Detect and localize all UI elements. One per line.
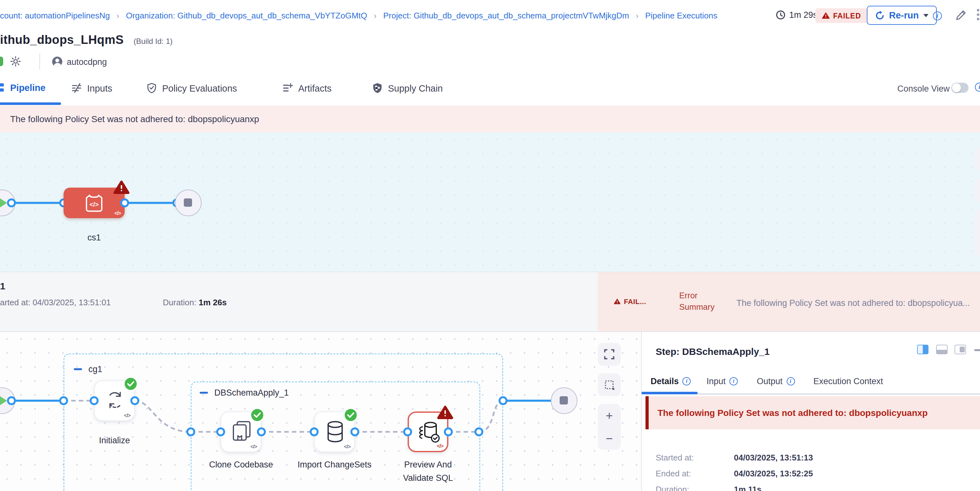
initialize-icon: [105, 391, 125, 410]
connection-point: [90, 396, 99, 405]
console-view-toggle[interactable]: [951, 83, 969, 93]
connection-point: [403, 427, 412, 436]
tab-artifacts-label: Artifacts: [298, 83, 332, 93]
breadcrumb-project[interactable]: Project: Github_db_devops_aut_db_schema_…: [383, 11, 629, 21]
minimize-panel-icon[interactable]: [974, 349, 980, 351]
bottom-view-icon[interactable]: [936, 345, 948, 354]
step-graph-canvas[interactable]: cg1 DBSchemaApply_1 </>: [0, 332, 640, 491]
steptab-execution-context[interactable]: Execution Context: [813, 377, 883, 386]
console-view-info-icon[interactable]: i: [975, 83, 980, 92]
caret-down-icon[interactable]: [923, 14, 928, 17]
warning-badge-icon: [113, 180, 130, 195]
canvas-controls: + −: [598, 343, 621, 450]
info-icon[interactable]: i: [729, 377, 738, 385]
steptab-details[interactable]: Details i: [651, 377, 691, 386]
stepgroup-dbschemaapply-header: DBSchemaApply_1: [200, 388, 289, 397]
database-check-icon: [418, 421, 441, 443]
step-node-label: Preview And Validate SQL: [390, 458, 466, 485]
started-at-value: 04/03/2025, 13:51:01: [33, 298, 111, 307]
collapse-group-button[interactable]: [200, 392, 208, 394]
marquee-select-button[interactable]: [598, 373, 621, 396]
breadcrumb-separator: ›: [117, 11, 119, 21]
step-error-box: The following Policy Set was not adhered…: [646, 396, 980, 429]
console-view-label: Console View: [897, 84, 950, 94]
steptab-input[interactable]: Input i: [706, 377, 738, 386]
marquee-select-button[interactable]: [974, 179, 980, 202]
step-details-panel: Step: DBSchemaApply_1 Details i Input i …: [641, 332, 980, 491]
policy-violation-banner: The following Policy Set was not adhered…: [0, 106, 980, 132]
execution-tab-bar: Pipeline Inputs Policy Evaluations Artif…: [0, 72, 980, 106]
page-title: ithub_dbops_LHqmS: [0, 33, 124, 47]
info-icon[interactable]: i: [933, 11, 942, 21]
rerun-button[interactable]: Re-run: [867, 6, 936, 25]
code-tag-icon: </>: [437, 443, 443, 449]
ended-at-label: Ended at:: [655, 469, 691, 478]
breadcrumb: count: automationPipelinesNg › Organizat…: [0, 11, 718, 21]
meta-row: autocdpng: [0, 52, 980, 72]
tab-supply-chain[interactable]: Supply Chain: [372, 83, 443, 94]
steptab-output[interactable]: Output i: [757, 377, 795, 386]
active-steptab-underline: [642, 392, 698, 394]
tab-artifacts[interactable]: Artifacts: [282, 83, 332, 94]
connection-point: [444, 427, 453, 436]
split-view-icon[interactable]: [917, 345, 929, 354]
collapse-group-button[interactable]: [74, 368, 82, 370]
stage-graph-canvas[interactable]: </> </> cs1 + −: [0, 132, 980, 272]
step-error-text: The following Policy Set was not adhered…: [657, 408, 928, 418]
stage-summary-bar: 1 arted at: 04/03/2025, 13:51:01 Duratio…: [0, 272, 980, 332]
title-row: ithub_dbops_LHqmS (Build Id: 1): [0, 30, 980, 52]
canvas-controls: + −: [974, 148, 980, 256]
stepgroup-cg1-label: cg1: [88, 364, 102, 374]
zoom-controls: + −: [598, 404, 621, 450]
stage-fail-badge: FAIL...: [614, 298, 646, 305]
expand-canvas-button[interactable]: [974, 148, 980, 170]
expand-canvas-button[interactable]: [598, 343, 621, 366]
zoom-out-icon[interactable]: −: [606, 432, 613, 444]
supply-chain-shield-icon: [372, 83, 383, 94]
started-at-label: Started at:: [655, 453, 694, 462]
breadcrumb-pipeline-executions[interactable]: Pipeline Executions: [645, 11, 718, 21]
execution-elapsed-time: 1m 29s: [776, 10, 818, 20]
info-icon[interactable]: i: [786, 377, 795, 385]
zoom-in-icon[interactable]: +: [606, 409, 613, 421]
stage-error-section: FAIL... Error Summary The following Poli…: [598, 272, 980, 331]
status-badge: FAILED: [815, 8, 867, 23]
refresh-icon: [875, 11, 885, 20]
inputs-icon: [71, 83, 82, 94]
stage-node-cs1[interactable]: </> </>: [64, 188, 125, 218]
step-node-preview-validate-sql[interactable]: </>: [408, 412, 449, 452]
step-node-label: Import ChangeSets: [296, 458, 373, 471]
tab-policy-evaluations[interactable]: Policy Evaluations: [146, 83, 237, 94]
right-view-icon[interactable]: [955, 345, 966, 354]
tab-inputs[interactable]: Inputs: [71, 83, 112, 94]
step-node-initialize[interactable]: </>: [94, 380, 135, 421]
breadcrumb-organization[interactable]: Organization: Github_db_devops_aut_db_sc…: [126, 11, 367, 21]
step-node-import-changesets[interactable]: </>: [314, 412, 355, 452]
stepgroup-dbschemaapply-label: DBSchemaApply_1: [214, 388, 289, 397]
gear-icon[interactable]: [10, 55, 22, 67]
step-end-node: [551, 387, 578, 414]
duration-label: Duration:: [163, 298, 199, 307]
started-at-label: arted at:: [0, 298, 33, 307]
tab-pipeline[interactable]: Pipeline: [0, 83, 46, 93]
step-node-clone-codebase[interactable]: </>: [221, 412, 261, 452]
kebab-menu-icon[interactable]: [977, 9, 979, 21]
breadcrumb-account[interactable]: count: automationPipelinesNg: [0, 11, 110, 21]
code-tag-icon: </>: [124, 413, 130, 418]
elapsed-label: 1m 29s: [789, 10, 818, 20]
svg-text:</>: </>: [90, 201, 99, 208]
code-tag-icon: </>: [115, 211, 121, 216]
error-summary-label: Error Summary: [679, 290, 725, 313]
stage-node-label: cs1: [62, 231, 126, 244]
connection-point: [310, 427, 318, 436]
started-at-value: 04/03/2025, 13:51:13: [734, 453, 813, 462]
info-icon[interactable]: i: [683, 377, 691, 385]
stop-icon: [184, 199, 192, 207]
connection-point: [350, 427, 359, 436]
steptab-output-label: Output: [757, 377, 783, 386]
duration-label: Duration:: [655, 485, 689, 491]
tab-supply-chain-label: Supply Chain: [388, 83, 443, 93]
avatar-icon: [52, 57, 62, 67]
pencil-icon[interactable]: [955, 9, 967, 22]
step-node-label: Initialize: [76, 434, 153, 447]
